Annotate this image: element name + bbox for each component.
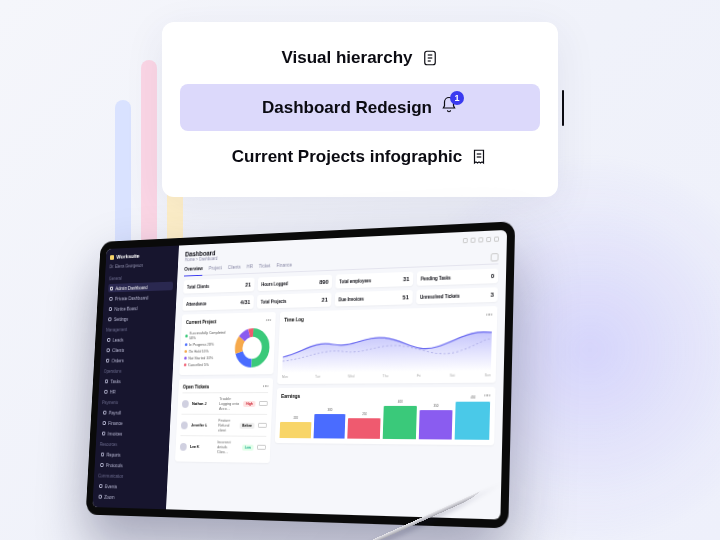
action-icon[interactable] bbox=[471, 238, 476, 243]
tab-ticket[interactable]: Ticket bbox=[259, 262, 271, 270]
avatar bbox=[181, 421, 188, 429]
current-project-panel: Current Project Successfully Completed 5… bbox=[179, 312, 276, 375]
stat-unresolved-tickets[interactable]: Unresolved Tickets3 bbox=[416, 287, 498, 304]
open-tickets-panel: Open Tickets Nathan JTrouble Logging ont… bbox=[175, 378, 273, 463]
sidebar-item-protocols[interactable]: Protocols bbox=[99, 460, 165, 470]
notification-badge: 1 bbox=[450, 91, 464, 105]
line-chart bbox=[282, 321, 492, 373]
breadcrumb: Home > Dashboard bbox=[185, 256, 218, 262]
sidebar-item-zoom[interactable]: Zoom bbox=[97, 492, 163, 503]
search-icon[interactable] bbox=[491, 253, 499, 262]
sidebar-item-events[interactable]: Events bbox=[97, 481, 163, 491]
more-icon[interactable] bbox=[484, 395, 490, 397]
stat-pending-tasks[interactable]: Pending Tasks0 bbox=[417, 269, 499, 286]
header-actions bbox=[463, 236, 499, 243]
sidebar-item-private-dashboard[interactable]: Private Dashboard bbox=[108, 292, 173, 303]
project-label: Current Projects infographic bbox=[232, 147, 462, 167]
action-icon[interactable] bbox=[478, 237, 483, 242]
ticket-row[interactable]: Lee KIncorrect details Clien…Low bbox=[179, 435, 266, 458]
project-legend: Successfully Completed 50% In Progress 2… bbox=[184, 330, 230, 368]
sidebar-item-payroll[interactable]: Payroll bbox=[101, 408, 166, 417]
project-label: Dashboard Redesign bbox=[262, 98, 432, 118]
ticket-row[interactable]: Nathan JTrouble Logging onto Acco…High bbox=[182, 392, 269, 414]
sidebar-item-admin-dashboard[interactable]: Admin Dashboard bbox=[108, 282, 173, 293]
tab-overview[interactable]: Overview bbox=[184, 265, 203, 276]
time-log-panel: Time Log bbox=[277, 306, 497, 384]
sidebar-item-tasks[interactable]: Tasks bbox=[103, 376, 168, 385]
sidebar-item-hr[interactable]: HR bbox=[103, 387, 168, 396]
sidebar-item-reports[interactable]: Reports bbox=[99, 450, 165, 460]
sidebar-item-invoices[interactable]: Invoices bbox=[100, 429, 166, 438]
action-icon[interactable] bbox=[494, 236, 499, 241]
stat-total-employees[interactable]: Total employees31 bbox=[335, 272, 413, 289]
stat-due-invoices[interactable]: Due Invoices51 bbox=[335, 290, 413, 306]
sidebar-item-finance[interactable]: Finance bbox=[101, 418, 166, 427]
tab-hr[interactable]: HR bbox=[247, 263, 254, 271]
receipt-icon bbox=[470, 148, 488, 166]
main-content: Dashboard Home > Dashboard Overview bbox=[166, 230, 507, 520]
dashboard-screen: Worksuite Dr. Elena Georgeson General Ad… bbox=[92, 230, 507, 520]
tab-finance[interactable]: Finance bbox=[276, 262, 292, 270]
stat-total-clients[interactable]: Total Clients21 bbox=[183, 278, 255, 294]
sidebar-item-notice-board[interactable]: Notice Board bbox=[107, 303, 172, 313]
laptop-mockup: Worksuite Dr. Elena Georgeson General Ad… bbox=[55, 230, 615, 530]
notification-icon-wrap: 1 bbox=[440, 96, 458, 119]
user-name[interactable]: Dr. Elena Georgeson bbox=[109, 262, 174, 269]
sidebar-item-clients[interactable]: Clients bbox=[105, 344, 170, 354]
action-icon[interactable] bbox=[486, 237, 491, 242]
earnings-panel: Earnings 200 300 250 400 350 450 bbox=[275, 387, 496, 445]
project-label: Visual hierarchy bbox=[281, 48, 412, 68]
tab-clients[interactable]: Clients bbox=[228, 264, 241, 272]
sidebar-item-leads[interactable]: Leads bbox=[105, 334, 170, 344]
document-icon bbox=[421, 49, 439, 67]
stat-attendance[interactable]: Attendance4/31 bbox=[182, 295, 254, 311]
donut-chart bbox=[234, 326, 271, 370]
action-icon[interactable] bbox=[463, 238, 468, 243]
ticket-row[interactable]: Jennifer LFeature Refund clientBefore bbox=[180, 414, 267, 436]
sidebar: Worksuite Dr. Elena Georgeson General Ad… bbox=[92, 246, 179, 510]
sidebar-item-settings[interactable]: Settings bbox=[106, 313, 171, 323]
more-icon[interactable] bbox=[265, 319, 271, 321]
project-selector-card: Visual hierarchy Dashboard Redesign 1 Cu… bbox=[162, 22, 558, 197]
tab-project[interactable]: Project bbox=[209, 265, 222, 273]
more-icon[interactable] bbox=[486, 314, 492, 316]
avatar bbox=[180, 442, 187, 450]
scroll-handle[interactable] bbox=[562, 90, 564, 126]
bar-chart: 200 300 250 400 350 450 bbox=[279, 402, 490, 440]
sidebar-item-orders[interactable]: Orders bbox=[104, 355, 169, 364]
project-item-visual-hierarchy[interactable]: Visual hierarchy bbox=[180, 36, 540, 80]
project-item-current-projects[interactable]: Current Projects infographic bbox=[180, 135, 540, 179]
more-icon[interactable] bbox=[263, 385, 269, 387]
ticket-action[interactable] bbox=[258, 423, 267, 428]
project-item-dashboard-redesign[interactable]: Dashboard Redesign 1 bbox=[180, 84, 540, 131]
ticket-action[interactable] bbox=[259, 401, 268, 406]
ticket-action[interactable] bbox=[257, 445, 266, 450]
x-axis-labels: MonTueWedThuFriSatSun bbox=[282, 373, 491, 379]
brand[interactable]: Worksuite bbox=[110, 251, 175, 260]
avatar bbox=[182, 400, 189, 408]
stat-total-projects[interactable]: Total Projects21 bbox=[257, 293, 332, 309]
stat-hours-logged[interactable]: Hours Logged890 bbox=[258, 275, 333, 291]
